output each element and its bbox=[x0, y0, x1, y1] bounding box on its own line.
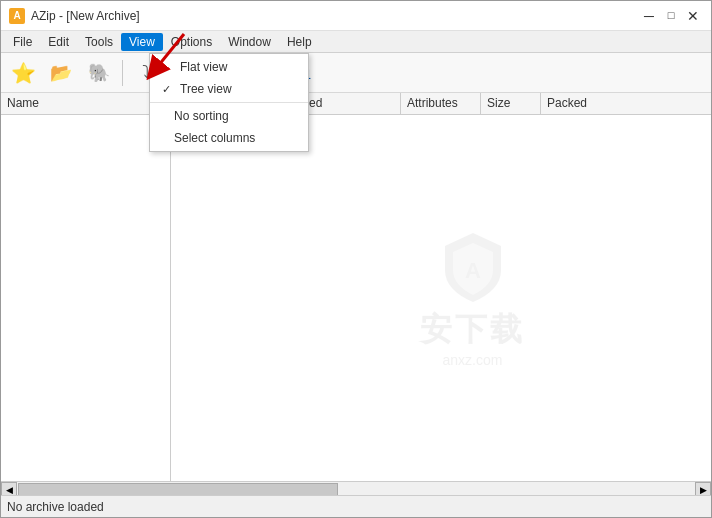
window-title: AZip - [New Archive] bbox=[31, 9, 140, 23]
menu-select-columns[interactable]: Select columns bbox=[150, 127, 308, 149]
no-sorting-label: No sorting bbox=[174, 109, 229, 123]
menu-file[interactable]: File bbox=[5, 33, 40, 51]
main-content-area: A 安下载 anxz.com bbox=[1, 115, 711, 481]
tree-view-check: ✓ bbox=[158, 83, 174, 96]
file-panel[interactable]: A 安下载 anxz.com bbox=[171, 115, 711, 481]
watermark-sub: anxz.com bbox=[443, 352, 503, 368]
select-columns-label: Select columns bbox=[174, 131, 255, 145]
content-wrapper: Name Type Modified Attributes Size Packe… bbox=[1, 93, 711, 497]
menu-view[interactable]: View bbox=[121, 33, 163, 51]
folder-open-icon: 📂 bbox=[50, 62, 72, 84]
view-dropdown-menu: Flat view ✓ Tree view No sorting Select … bbox=[149, 53, 309, 152]
menu-edit[interactable]: Edit bbox=[40, 33, 77, 51]
menu-help[interactable]: Help bbox=[279, 33, 320, 51]
col-header-attributes: Attributes bbox=[401, 93, 481, 114]
svg-text:A: A bbox=[465, 258, 481, 283]
toolbar: ⭐ 📂 🐘 ⤵ 🔄 🗑 ☰ ℹ bbox=[1, 53, 711, 93]
menu-bar: File Edit Tools View Options Window Help… bbox=[1, 31, 711, 53]
maximize-button[interactable]: □ bbox=[661, 6, 681, 26]
main-window: A AZip - [New Archive] ─ □ ✕ File Edit T… bbox=[0, 0, 712, 518]
tree-view-label: Tree view bbox=[180, 82, 232, 96]
table-header: Name Type Modified Attributes Size Packe… bbox=[1, 93, 711, 115]
menu-tree-view[interactable]: ✓ Tree view bbox=[150, 78, 308, 100]
menu-window[interactable]: Window bbox=[220, 33, 279, 51]
flat-view-label: Flat view bbox=[180, 60, 227, 74]
title-bar: A AZip - [New Archive] ─ □ ✕ bbox=[1, 1, 711, 31]
status-bar: No archive loaded bbox=[1, 495, 711, 517]
open-button[interactable]: 📂 bbox=[43, 56, 79, 90]
watermark-shield-icon: A bbox=[433, 228, 513, 308]
menu-tools[interactable]: Tools bbox=[77, 33, 121, 51]
watermark: A 安下载 anxz.com bbox=[420, 228, 525, 368]
minimize-button[interactable]: ─ bbox=[639, 6, 659, 26]
title-bar-left: A AZip - [New Archive] bbox=[9, 8, 140, 24]
archive-icon: 🐘 bbox=[88, 62, 110, 84]
col-header-packed: Packed bbox=[541, 93, 621, 114]
window-controls: ─ □ ✕ bbox=[639, 6, 703, 26]
star-icon: ⭐ bbox=[11, 61, 36, 85]
new-button[interactable]: ⭐ bbox=[5, 56, 41, 90]
close-button[interactable]: ✕ bbox=[683, 6, 703, 26]
menu-no-sorting[interactable]: No sorting bbox=[150, 105, 308, 127]
app-icon: A bbox=[9, 8, 25, 24]
menu-options[interactable]: Options bbox=[163, 33, 220, 51]
watermark-text: 安下载 bbox=[420, 308, 525, 352]
tree-panel[interactable] bbox=[1, 115, 171, 481]
status-text: No archive loaded bbox=[7, 500, 104, 514]
toolbar-separator-1 bbox=[122, 60, 123, 86]
menu-flat-view[interactable]: Flat view bbox=[150, 56, 308, 78]
col-header-size: Size bbox=[481, 93, 541, 114]
flat-view-check bbox=[158, 61, 174, 73]
col-header-name: Name bbox=[1, 93, 171, 114]
dropdown-divider bbox=[150, 102, 308, 103]
archive-button[interactable]: 🐘 bbox=[81, 56, 117, 90]
